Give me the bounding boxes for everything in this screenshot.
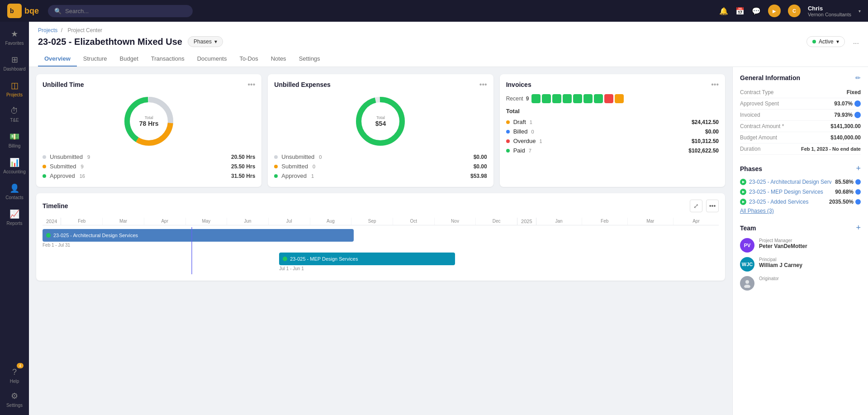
sidebar-item-accounting[interactable]: 📊 Accounting [0, 154, 29, 178]
add-phase-button[interactable]: + [856, 164, 861, 173]
tne-icon: ⏱ [10, 106, 19, 116]
year-2025-label: 2025 [517, 218, 536, 225]
timeline-months-header: 2024 Feb Mar Apr May Jun Jul Aug Sep Oct [43, 218, 719, 225]
tab-overview[interactable]: Overview [38, 52, 77, 67]
logo-icon: b [7, 4, 22, 18]
sidebar-label-reports: Reports [6, 221, 22, 226]
role-principal: Principal [759, 257, 802, 262]
all-phases-link[interactable]: All Phases (3) [740, 208, 774, 214]
sidebar-item-help[interactable]: ? Help 4 [4, 364, 25, 387]
reports-icon: 📈 [9, 209, 19, 219]
unbilled-time-title: Unbilled Time [43, 81, 84, 88]
timeline-expand-button[interactable]: ⤢ [690, 200, 702, 212]
projects-icon: ◫ [11, 81, 19, 91]
billing-icon: 💵 [9, 132, 19, 142]
member-info-pm: Project Manager Peter VanDeMotter [759, 238, 807, 249]
unbilled-expenses-header: Unbilled Expenses ••• [274, 81, 487, 89]
phase-name-2[interactable]: ▶ 23-025 - MEP Design Services [740, 189, 831, 195]
inv-dot-6 [583, 94, 593, 103]
sidebar-item-contacts[interactable]: 👤 Contacts [0, 180, 29, 204]
phase-label-2: 23-025 - MEP Design Services [749, 189, 823, 195]
invoice-dot-label-billed: Billed 0 [506, 128, 534, 135]
sidebar-item-billing[interactable]: 💵 Billing [0, 128, 29, 152]
count-overdue: 1 [540, 138, 542, 144]
phases-section: Phases + ▶ 23-025 - Architectural Design… [740, 164, 861, 214]
add-team-member-button[interactable]: + [856, 223, 861, 233]
phase-pct-3: 2035.50% [829, 199, 861, 205]
sidebar-label-help: Help [10, 379, 19, 384]
phase-play-icon-3: ▶ [740, 199, 746, 205]
invoices-more-button[interactable]: ••• [711, 81, 719, 89]
count-approved-time: 16 [80, 173, 85, 179]
tab-structure[interactable]: Structure [77, 52, 114, 67]
content-area: Unbilled Time ••• [29, 67, 868, 415]
user-menu-chevron[interactable]: ▾ [859, 9, 861, 14]
sidebar-label-settings: Settings [6, 403, 23, 408]
team-section: Team + PV Project Manager Peter VanDeMot… [740, 223, 861, 291]
val-contract-type: Fixed [847, 89, 861, 95]
invoiced-badge [854, 112, 861, 118]
stat-approved-time: Approved 16 31.50 Hrs [43, 171, 255, 181]
count-submitted-exp: 0 [313, 164, 315, 169]
search-bar[interactable]: 🔍 [48, 5, 193, 17]
sidebar-item-reports[interactable]: 📈 Reports [0, 205, 29, 229]
tab-settings[interactable]: Settings [293, 52, 327, 67]
phases-button[interactable]: Phases ▾ [188, 36, 223, 47]
notification-icon[interactable]: 🔔 [719, 7, 728, 15]
main-content: Projects / Project Center 23-025 - Eliza… [29, 22, 868, 415]
breadcrumb-projects[interactable]: Projects [38, 27, 57, 33]
phase-name-3[interactable]: ▶ 23-025 - Added Services [740, 199, 825, 205]
tab-notes[interactable]: Notes [265, 52, 293, 67]
val-paid: $102,622.50 [688, 148, 719, 154]
unbilled-expenses-more-button[interactable]: ••• [479, 81, 487, 89]
tab-documents[interactable]: Documents [191, 52, 233, 67]
val-invoiced: 79.93% [834, 112, 861, 118]
unbilled-time-more-button[interactable]: ••• [248, 81, 256, 89]
count-submitted-time: 9 [81, 164, 84, 169]
donut-label-expenses: Total $54 [375, 115, 386, 127]
bar2-sublabel: Jul 1 - Jun 1 [279, 266, 304, 271]
stat-left-unsubmitted-exp: Unsubmitted 0 [274, 153, 322, 160]
sidebar-item-favorites[interactable]: ★ Favorites [0, 25, 29, 49]
month-dec-2024: Dec [476, 218, 517, 225]
phase-item-1: ▶ 23-025 - Architectural Design Serv... … [740, 179, 861, 185]
unbilled-expenses-title: Unbilled Expenses [274, 81, 330, 88]
phase-badge-3 [855, 199, 861, 205]
page-header: Projects / Project Center 23-025 - Eliza… [29, 22, 868, 67]
invoice-dot-label-overdue: Overdue 1 [506, 138, 542, 144]
svg-text:b: b [10, 7, 14, 14]
general-info-edit-button[interactable]: ✏ [855, 74, 861, 81]
tab-to-dos[interactable]: To-Dos [233, 52, 264, 67]
val-approved-exp: $53.98 [470, 173, 487, 179]
stat-left-unsubmitted-time: Unsubmitted 9 [43, 153, 90, 160]
tab-transactions[interactable]: Transactions [145, 52, 191, 67]
general-info-header: General Information ✏ [740, 74, 861, 81]
donut-label-time: Total 78 Hrs [139, 115, 159, 127]
project-more-button[interactable]: ... [853, 38, 859, 46]
sidebar-item-projects[interactable]: ◫ Projects [0, 77, 29, 101]
timeline-bar-row-1: 23-025 - Architectural Design Services F… [43, 229, 719, 249]
accounting-icon: 📊 [9, 157, 19, 167]
user-info: Chris Vernon Consultants [808, 5, 851, 17]
sidebar-item-dashboard[interactable]: ⊞ Dashboard [0, 51, 29, 75]
timeline-more-button[interactable]: ••• [706, 200, 719, 212]
sidebar-item-tne[interactable]: ⏱ T&E [0, 103, 29, 126]
invoices-total-label: Total [506, 108, 719, 114]
team-section-title: Team [740, 224, 756, 232]
search-input[interactable] [65, 8, 186, 14]
pct-val-3: 2035.50% [829, 199, 854, 205]
play-button[interactable]: ▶ [768, 5, 781, 17]
avatar-pm: PV [740, 238, 754, 253]
inv-dot-2 [542, 94, 551, 103]
calendar-icon[interactable]: 📅 [735, 7, 745, 15]
phase-name-1[interactable]: ▶ 23-025 - Architectural Design Serv... [740, 179, 831, 185]
sidebar-label-contacts: Contacts [5, 195, 23, 200]
active-status-badge[interactable]: Active ▾ [806, 36, 845, 47]
role-originator: Originator [759, 276, 779, 281]
sidebar-item-settings[interactable]: ⚙ Settings [4, 387, 25, 411]
info-row-contract-type: Contract Type Fixed [740, 87, 861, 98]
month-sep-2024: Sep [351, 218, 393, 225]
info-row-duration: Duration Feb 1, 2023 - No end date [740, 143, 861, 155]
message-icon[interactable]: 💬 [752, 7, 761, 15]
tab-budget[interactable]: Budget [114, 52, 145, 67]
